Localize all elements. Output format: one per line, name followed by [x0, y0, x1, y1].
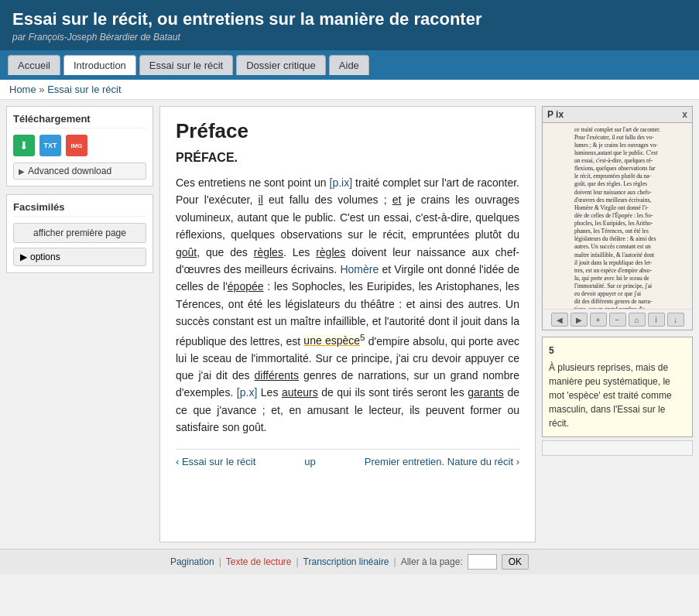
facsimile-controls: ◀ ▶ + − ⌂ i ↓: [543, 309, 692, 330]
footer-sep2: |: [296, 556, 298, 567]
breadcrumb-current[interactable]: Essai sur le récit: [47, 84, 121, 95]
footer-reading-text-link[interactable]: Texte de lecture: [226, 556, 292, 567]
facsimile-label: P ix: [547, 109, 564, 120]
tab-aide[interactable]: Aide: [329, 55, 369, 75]
fac-zoom-out-button[interactable]: −: [609, 313, 626, 327]
nav-bar: Accueil Introduction Essai sur le récit …: [0, 50, 699, 80]
footer-page-input[interactable]: [468, 554, 497, 570]
tab-dossier[interactable]: Dossier critique: [236, 55, 326, 75]
author-link-homere[interactable]: Homère: [340, 263, 379, 275]
footer-sep3: |: [394, 556, 396, 567]
options-button[interactable]: ▶ options: [13, 248, 146, 266]
prev-page-link[interactable]: ‹ Essai sur le récit: [176, 456, 255, 467]
content-title: Préface: [176, 119, 519, 143]
footer: Pagination | Texte de lecture | Transcri…: [0, 549, 699, 574]
download-section: Téléchargement ⬇ TXT IMG ▶ Advanced down…: [6, 106, 153, 187]
facsimile-close-button[interactable]: x: [682, 109, 687, 120]
fac-home-button[interactable]: ⌂: [629, 313, 646, 327]
facsimile-text: PRÉFACE. ix ce traité complet sur l'art …: [574, 123, 660, 309]
download-txt-icon[interactable]: TXT: [39, 135, 61, 156]
show-first-page-button[interactable]: afficher première page: [13, 223, 146, 243]
download-title: Téléchargement: [13, 113, 146, 128]
footer-sep1: |: [219, 556, 221, 567]
fac-zoom-in-button[interactable]: +: [590, 313, 607, 327]
footer-ok-button[interactable]: OK: [502, 554, 529, 570]
advanced-download-label: Advanced download: [28, 166, 111, 176]
fac-download-button[interactable]: ↓: [667, 313, 684, 327]
facsimile-box: P ix x PRÉFACE. ix ce traité complet sur…: [542, 106, 693, 330]
tab-accueil[interactable]: Accueil: [8, 55, 60, 75]
breadcrumb-separator: »: [39, 84, 44, 95]
download-img-icon[interactable]: IMG: [66, 135, 87, 156]
main-content: Préface PRÉFACE. Ces entretiens ne sont …: [159, 106, 536, 542]
tab-introduction[interactable]: Introduction: [63, 55, 136, 75]
fac-prev-button[interactable]: ◀: [551, 313, 568, 327]
main-text: Ces entretiens ne sont point un [p.ix] t…: [176, 174, 519, 436]
page-header: Essai sur le récit, ou entretiens sur la…: [0, 0, 699, 50]
fac-info-button[interactable]: i: [648, 313, 665, 327]
up-link[interactable]: up: [304, 456, 315, 467]
main-layout: Téléchargement ⬇ TXT IMG ▶ Advanced down…: [0, 100, 699, 549]
page-title: Essai sur le récit, ou entretiens sur la…: [12, 9, 687, 29]
download-pdf-icon[interactable]: ⬇: [13, 135, 35, 156]
options-label: options: [30, 252, 60, 262]
page-subtitle: par François-Joseph Bérardier de Bataut: [12, 32, 687, 43]
options-arrow-icon: ▶: [20, 252, 27, 262]
facsimile-panel: P ix x PRÉFACE. ix ce traité complet sur…: [542, 106, 693, 542]
facsimile-title: Facsimilés: [13, 201, 146, 217]
tab-essai[interactable]: Essai sur le récit: [139, 55, 233, 75]
page-link-ix[interactable]: [p.ix]: [330, 176, 353, 189]
note-bottom-bar: [542, 440, 693, 456]
note-number: 5: [549, 344, 686, 358]
facsimile-image: PRÉFACE. ix ce traité complet sur l'art …: [543, 123, 692, 309]
breadcrumb: Home » Essai sur le récit: [0, 80, 699, 100]
sidebar: Téléchargement ⬇ TXT IMG ▶ Advanced down…: [6, 106, 153, 542]
footer-go-to-label: Aller à la page:: [401, 556, 463, 567]
facsimile-section: Facsimilés afficher première page ▶ opti…: [6, 194, 153, 273]
fac-next-button[interactable]: ▶: [571, 313, 588, 327]
footer-pagination-link[interactable]: Pagination: [170, 556, 214, 567]
breadcrumb-home[interactable]: Home: [9, 84, 36, 95]
note-box: 5 À plusieurs reprises, mais de manière …: [542, 337, 693, 437]
advanced-download-button[interactable]: ▶ Advanced download: [13, 163, 146, 180]
page-link-x[interactable]: [p.x]: [237, 386, 257, 399]
page-navigation: ‹ Essai sur le récit up Premier entretie…: [176, 449, 519, 474]
footer-linear-link[interactable]: Transcription linéaire: [303, 556, 389, 567]
content-subtitle: PRÉFACE.: [176, 151, 519, 165]
facsimile-header: P ix x: [543, 107, 692, 123]
next-page-link[interactable]: Premier entretien. Nature du récit ›: [365, 456, 519, 467]
note-text: À plusieurs reprises, mais de manière pe…: [549, 362, 672, 429]
download-icons: ⬇ TXT IMG: [13, 135, 146, 156]
arrow-icon: ▶: [19, 167, 25, 176]
